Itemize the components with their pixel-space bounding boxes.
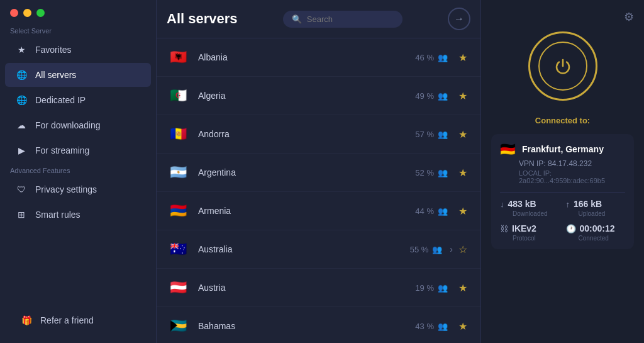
sidebar-item-dedicated-ip[interactable]: 🌐 Dedicated IP xyxy=(5,88,151,112)
table-row[interactable]: 🇦🇲 Armenia 44 % 👥 ★ xyxy=(157,192,480,230)
users-icon: 👥 xyxy=(438,130,448,139)
maximize-button[interactable] xyxy=(36,9,45,17)
connection-info: 🇩🇪 Frankfurt, Germany VPN IP: 84.17.48.2… xyxy=(491,134,634,249)
protocol-stat: ⛓ IKEv2 Protocol xyxy=(500,223,560,242)
server-name: Argentina xyxy=(198,167,415,177)
settings-button[interactable]: ⚙ xyxy=(624,10,634,24)
load-value: 55 % xyxy=(410,245,429,254)
server-name: Albania xyxy=(198,52,415,62)
connected-label: Connected xyxy=(579,235,626,242)
main-content: All servers 🔍 → 🇦🇱 Albania 46 % 👥 ★ 🇩🇿 A… xyxy=(156,0,480,343)
favorite-button[interactable]: ★ xyxy=(455,88,470,103)
upload-icon: ↑ xyxy=(566,200,570,209)
vpn-ip: VPN IP: 84.17.48.232 xyxy=(519,159,625,168)
server-flag: 🇧🇸 xyxy=(167,315,189,337)
section-select-server-label: Select Server xyxy=(0,23,156,37)
connection-server-row: 🇩🇪 Frankfurt, Germany xyxy=(500,142,625,157)
sidebar-item-label-all-servers: All servers xyxy=(35,70,76,80)
search-box[interactable]: 🔍 xyxy=(283,11,402,28)
power-button[interactable] xyxy=(538,42,587,91)
table-row[interactable]: 🇦🇷 Argentina 52 % 👥 ★ xyxy=(157,154,480,192)
favorite-button[interactable]: ★ xyxy=(455,165,470,180)
table-row[interactable]: 🇦🇱 Albania 46 % 👥 ★ xyxy=(157,38,480,77)
server-load: 57 % 👥 xyxy=(415,130,448,139)
main-header: All servers 🔍 → xyxy=(157,0,480,38)
download-stat: ↓ 483 kB Downloaded xyxy=(500,199,560,217)
navigate-forward-button[interactable]: → xyxy=(448,8,470,30)
globe-icon: 🌐 xyxy=(15,69,28,81)
sidebar-item-label-privacy: Privacy settings xyxy=(35,184,97,194)
connected-stat: 🕐 00:00:12 Connected xyxy=(566,223,626,242)
sidebar-item-for-downloading[interactable]: ☁ For downloading xyxy=(5,113,151,137)
page-title: All servers xyxy=(167,11,238,27)
users-icon: 👥 xyxy=(438,283,448,293)
sidebar-item-smart-rules[interactable]: ⊞ Smart rules xyxy=(5,203,151,227)
favorite-button[interactable]: ★ xyxy=(455,50,470,65)
server-list: 🇦🇱 Albania 46 % 👥 ★ 🇩🇿 Algeria 49 % 👥 ★ … xyxy=(157,38,480,343)
table-row[interactable]: 🇩🇿 Algeria 49 % 👥 ★ xyxy=(157,77,480,115)
search-input[interactable] xyxy=(307,14,394,24)
gift-icon: 🎁 xyxy=(20,314,33,327)
download-value: 483 kB xyxy=(508,199,536,209)
load-value: 52 % xyxy=(415,168,434,177)
table-row[interactable]: 🇦🇩 Andorra 57 % 👥 ★ xyxy=(157,115,480,154)
stats-grid: ↓ 483 kB Downloaded ↑ 166 kB Uploaded ⛓ … xyxy=(500,199,625,242)
sidebar-item-all-servers[interactable]: 🌐 All servers xyxy=(5,63,151,87)
favorite-button[interactable]: ★ xyxy=(455,318,470,334)
connected-value: 00:00:12 xyxy=(580,223,615,233)
traffic-lights xyxy=(0,0,156,23)
connection-flag: 🇩🇪 xyxy=(500,142,516,157)
favorite-button[interactable]: ☆ xyxy=(455,242,470,257)
protocol-value: IKEv2 xyxy=(512,223,536,233)
load-value: 49 % xyxy=(415,91,434,101)
server-load: 44 % 👥 xyxy=(415,206,448,216)
users-icon: 👥 xyxy=(438,322,448,331)
load-value: 43 % xyxy=(415,322,434,331)
shield-icon: 🛡 xyxy=(15,183,28,196)
upload-stat: ↑ 166 kB Uploaded xyxy=(566,199,626,217)
load-value: 19 % xyxy=(415,283,434,293)
server-name: Australia xyxy=(198,244,410,254)
download-icon: ☁ xyxy=(15,119,28,132)
sidebar-item-refer-friend[interactable]: 🎁 Refer a friend xyxy=(10,308,146,332)
users-icon: 👥 xyxy=(432,245,442,254)
sidebar-item-label-for-streaming: For streaming xyxy=(35,145,89,155)
server-flag: 🇦🇹 xyxy=(167,276,189,299)
star-icon: ★ xyxy=(15,43,28,56)
server-flag: 🇦🇷 xyxy=(167,161,189,184)
power-ring xyxy=(528,31,597,101)
right-panel: ⚙ Connected to: 🇩🇪 Frankfurt, Germany VP… xyxy=(480,0,644,343)
server-name: Austria xyxy=(198,283,415,293)
users-icon: 👥 xyxy=(438,91,448,101)
server-flag: 🇦🇱 xyxy=(167,46,189,69)
close-button[interactable] xyxy=(10,9,18,17)
load-value: 44 % xyxy=(415,206,434,216)
favorite-button[interactable]: ★ xyxy=(455,127,470,142)
table-row[interactable]: 🇧🇸 Bahamas 43 % 👥 ★ xyxy=(157,307,480,343)
sidebar-item-label-refer: Refer a friend xyxy=(40,315,94,325)
users-icon: 👥 xyxy=(438,168,448,177)
sidebar-item-for-streaming[interactable]: ▶ For streaming xyxy=(5,138,151,162)
server-name: Algeria xyxy=(198,91,415,101)
rules-icon: ⊞ xyxy=(15,208,28,221)
users-icon: 👥 xyxy=(438,206,448,216)
server-name: Bahamas xyxy=(198,321,415,331)
download-icon: ↓ xyxy=(500,200,504,209)
server-load: 43 % 👥 xyxy=(415,322,448,331)
sidebar-item-privacy-settings[interactable]: 🛡 Privacy settings xyxy=(5,177,151,201)
load-value: 57 % xyxy=(415,130,434,139)
server-load: 46 % 👥 xyxy=(415,53,448,62)
server-flag: 🇦🇲 xyxy=(167,200,189,222)
server-flag: 🇦🇩 xyxy=(167,123,189,145)
table-row[interactable]: 🇦🇹 Austria 19 % 👥 ★ xyxy=(157,269,480,307)
server-name: Andorra xyxy=(198,129,415,139)
connected-to-label: Connected to: xyxy=(535,116,590,125)
sidebar-item-favorites[interactable]: ★ Favorites xyxy=(5,38,151,62)
download-label: Downloaded xyxy=(513,210,560,217)
divider xyxy=(500,192,625,193)
table-row[interactable]: 🇦🇺 Australia 55 % 👥 › ☆ xyxy=(157,230,480,269)
minimize-button[interactable] xyxy=(23,9,31,17)
favorite-button[interactable]: ★ xyxy=(455,203,470,218)
sidebar-item-label-smart-rules: Smart rules xyxy=(35,210,80,220)
favorite-button[interactable]: ★ xyxy=(455,280,470,295)
